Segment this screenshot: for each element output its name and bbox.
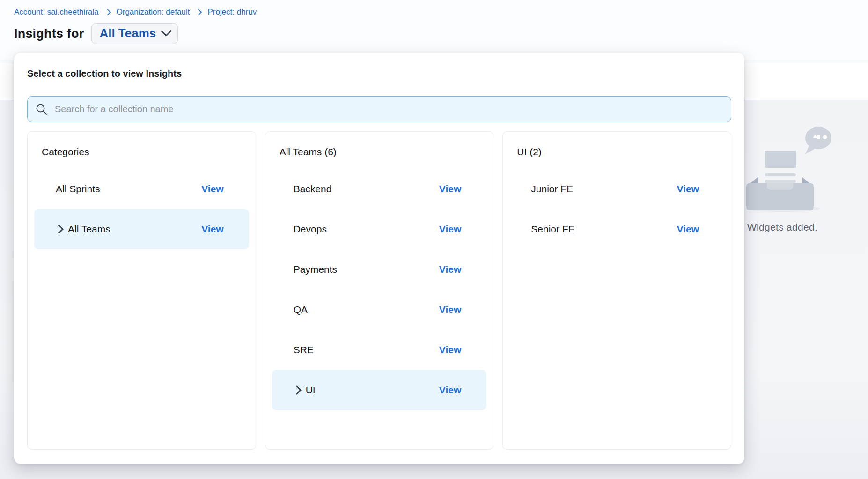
collection-row[interactable]: All SprintsView — [34, 169, 249, 209]
collection-name: Payments — [294, 264, 337, 275]
collection-name: All Teams — [68, 224, 110, 235]
collection-name: Devops — [294, 224, 327, 235]
collection-dropdown-label: All Teams — [99, 26, 156, 41]
chevron-right-icon — [292, 385, 302, 395]
breadcrumb-account-link[interactable]: Account: sai.cheethirala — [14, 7, 99, 17]
view-link[interactable]: View — [439, 304, 461, 315]
collection-row[interactable]: BackendView — [272, 169, 487, 209]
collection-row[interactable]: PaymentsView — [272, 249, 487, 290]
empty-inbox-icon — [730, 122, 852, 215]
collection-card: CategoriesAll SprintsViewAll TeamsView — [27, 131, 256, 450]
page-title: Insights for — [14, 27, 84, 41]
collection-row[interactable]: Senior FEView — [509, 209, 724, 249]
view-link[interactable]: View — [439, 264, 461, 275]
collection-list: Junior FEViewSenior FEView — [509, 169, 724, 249]
breadcrumb-organization-link[interactable]: Organization: default — [117, 7, 190, 17]
collection-name: Backend — [294, 183, 332, 195]
collection-card: UI (2)Junior FEViewSenior FEView — [502, 131, 731, 450]
chevron-right-icon — [104, 9, 110, 15]
collection-row[interactable]: SREView — [272, 330, 487, 370]
collection-row[interactable]: UIView — [272, 370, 487, 410]
collection-card-header: All Teams (6) — [272, 146, 487, 158]
collection-card: All Teams (6)BackendViewDevopsViewPaymen… — [265, 131, 494, 450]
chevron-right-icon — [54, 225, 64, 234]
search-input[interactable] — [27, 96, 731, 122]
collection-card-header: UI (2) — [509, 146, 724, 158]
collection-name: SRE — [294, 344, 314, 356]
collection-dropdown-button[interactable]: All Teams — [91, 23, 178, 44]
view-link[interactable]: View — [439, 385, 461, 396]
collection-list: All SprintsViewAll TeamsView — [34, 169, 249, 249]
chevron-down-icon — [161, 26, 172, 36]
collection-row[interactable]: All TeamsView — [34, 209, 249, 249]
collection-list: BackendViewDevopsViewPaymentsViewQAViewS… — [272, 169, 487, 410]
breadcrumb: Account: sai.cheethirala Organization: d… — [14, 7, 257, 17]
view-link[interactable]: View — [439, 224, 461, 235]
empty-widgets-state: Widgets added. — [730, 122, 861, 215]
search-icon — [35, 103, 48, 116]
collection-name: QA — [294, 304, 308, 315]
collection-row[interactable]: Junior FEView — [509, 169, 724, 209]
view-link[interactable]: View — [677, 224, 699, 235]
chevron-right-icon — [195, 9, 202, 15]
collection-row[interactable]: DevopsView — [272, 209, 487, 249]
collection-name: Senior FE — [531, 224, 574, 235]
collection-name: UI — [306, 385, 316, 396]
collection-name: All Sprints — [56, 183, 100, 195]
collection-name: Junior FE — [531, 183, 573, 195]
view-link[interactable]: View — [439, 344, 461, 356]
view-link[interactable]: View — [201, 183, 223, 195]
collections-row: CategoriesAll SprintsViewAll TeamsViewAl… — [27, 131, 731, 450]
view-link[interactable]: View — [201, 224, 223, 235]
breadcrumb-project-link[interactable]: Project: dhruv — [207, 7, 257, 17]
modal-title: Select a collection to view Insights — [27, 68, 731, 79]
collection-search — [27, 96, 731, 122]
view-link[interactable]: View — [439, 183, 461, 195]
view-link[interactable]: View — [677, 183, 699, 195]
collection-row[interactable]: QAView — [272, 290, 487, 330]
collection-picker-modal: Select a collection to view Insights Cat… — [14, 53, 744, 464]
collection-card-header: Categories — [34, 146, 249, 158]
empty-state-message: Widgets added. — [747, 222, 817, 233]
insights-heading-row: Insights for All Teams — [14, 23, 178, 44]
